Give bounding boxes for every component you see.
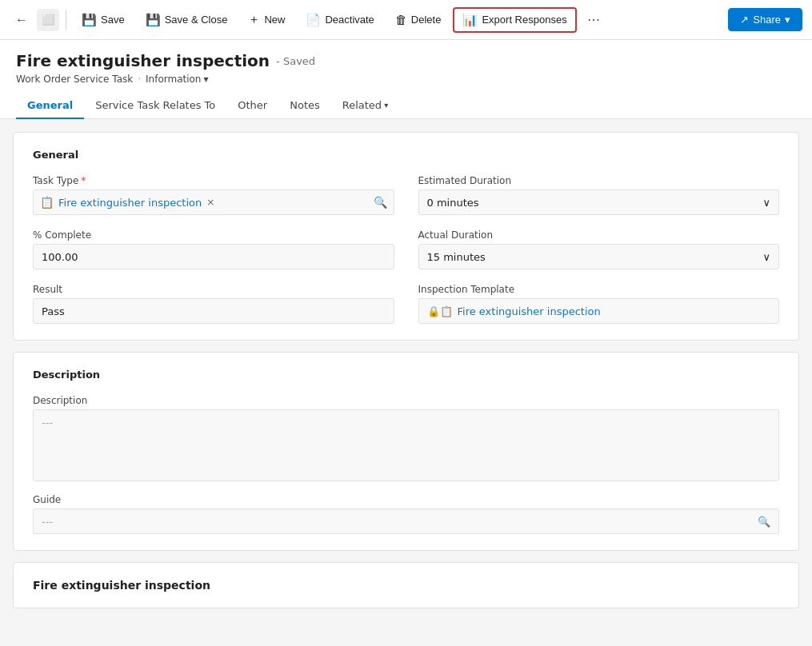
record-title-row: Fire extinguisher inspection - Saved xyxy=(16,51,796,70)
task-type-chip-icon: 📋 xyxy=(40,196,54,209)
inspection-template-link-icon: 📋 xyxy=(440,305,453,317)
guide-placeholder: --- xyxy=(42,516,53,528)
export-icon: 📊 xyxy=(462,13,478,27)
separator-1 xyxy=(66,10,66,30)
inspection-template-link-text: Fire extinguisher inspection xyxy=(458,305,601,317)
more-icon: ⋯ xyxy=(587,13,600,26)
deactivate-icon: 📄 xyxy=(306,13,321,27)
share-button[interactable]: ↗ Share ▾ xyxy=(728,8,802,31)
tab-notes[interactable]: Notes xyxy=(278,93,331,119)
inspection-template-link[interactable]: 📋 Fire extinguisher inspection xyxy=(440,305,601,317)
percent-complete-label: % Complete xyxy=(33,229,394,241)
record-title: Fire extinguisher inspection xyxy=(16,51,270,70)
description-section-title: Description xyxy=(33,369,779,381)
estimated-duration-dropdown[interactable]: 0 minutes ∨ xyxy=(418,189,780,215)
task-type-chip-value: Fire extinguisher inspection xyxy=(58,197,202,209)
breadcrumb-chevron-icon: ▾ xyxy=(203,74,208,85)
tab-other[interactable]: Other xyxy=(226,93,278,119)
share-chevron-icon: ▾ xyxy=(785,14,790,26)
description-section-card: Description Description --- Guide --- 🔍 xyxy=(13,352,799,551)
description-row: Description --- xyxy=(33,395,779,481)
maximize-icon: ⬜ xyxy=(42,14,55,26)
estimated-duration-value: 0 minutes xyxy=(427,197,479,209)
save-close-icon: 💾 xyxy=(146,13,161,27)
save-icon: 💾 xyxy=(82,13,97,27)
general-section-title: General xyxy=(33,149,779,161)
guide-search-icon[interactable]: 🔍 xyxy=(758,516,770,528)
delete-icon: 🗑 xyxy=(395,13,407,26)
percent-complete-row: % Complete 100.00 xyxy=(33,229,394,269)
share-label: Share xyxy=(753,14,781,26)
export-label: Export Responses xyxy=(482,14,566,26)
related-chevron-icon: ▾ xyxy=(384,101,388,110)
back-button[interactable]: ← xyxy=(10,8,34,32)
record-saved-status: - Saved xyxy=(276,55,315,67)
actual-duration-row: Actual Duration 15 minutes ∨ xyxy=(418,229,780,269)
actual-duration-chevron-icon: ∨ xyxy=(762,251,770,263)
task-type-search-icon[interactable]: 🔍 xyxy=(374,196,387,209)
estimated-duration-chevron-icon: ∨ xyxy=(762,197,770,209)
new-icon: ＋ xyxy=(248,12,260,27)
breadcrumb-part2: Information xyxy=(146,74,201,85)
toolbar: ← ⬜ 💾 Save 💾 Save & Close ＋ New 📄 Deacti… xyxy=(0,0,812,40)
breadcrumb-info-link[interactable]: Information ▾ xyxy=(146,74,209,85)
save-close-button[interactable]: 💾 Save & Close xyxy=(137,8,237,32)
delete-label: Delete xyxy=(411,14,442,26)
result-value[interactable]: Pass xyxy=(33,298,394,324)
export-responses-button[interactable]: 📊 Export Responses xyxy=(453,7,576,33)
estimated-duration-row: Estimated Duration 0 minutes ∨ xyxy=(418,175,780,215)
guide-row: Guide --- 🔍 xyxy=(33,494,779,534)
delete-button[interactable]: 🗑 Delete xyxy=(386,8,450,31)
more-options-button[interactable]: ⋯ xyxy=(580,7,607,32)
new-button[interactable]: ＋ New xyxy=(239,7,294,32)
back-icon: ← xyxy=(15,13,28,27)
share-icon: ↗ xyxy=(740,14,749,26)
guide-input[interactable]: --- 🔍 xyxy=(33,508,779,534)
estimated-duration-label: Estimated Duration xyxy=(418,175,780,186)
save-button[interactable]: 💾 Save xyxy=(73,8,134,32)
tab-general[interactable]: General xyxy=(16,93,84,119)
tab-service-task[interactable]: Service Task Relates To xyxy=(84,93,226,119)
task-type-chip-close[interactable]: × xyxy=(206,197,214,208)
actual-duration-dropdown[interactable]: 15 minutes ∨ xyxy=(418,244,780,269)
percent-complete-value[interactable]: 100.00 xyxy=(33,244,394,269)
inspection-template-label: Inspection Template xyxy=(418,284,780,295)
deactivate-button[interactable]: 📄 Deactivate xyxy=(297,8,382,32)
breadcrumb-separator: · xyxy=(138,74,141,85)
tab-bar: General Service Task Relates To Other No… xyxy=(16,93,796,118)
description-textarea[interactable]: --- xyxy=(33,409,779,481)
task-type-required: * xyxy=(81,175,86,186)
inspection-bottom-title: Fire extinguisher inspection xyxy=(33,579,779,592)
inspection-template-value-container: 🔒 📋 Fire extinguisher inspection xyxy=(418,298,780,324)
task-type-row: Task Type * 📋 Fire extinguisher inspecti… xyxy=(33,175,394,215)
general-form-grid: Task Type * 📋 Fire extinguisher inspecti… xyxy=(33,175,779,324)
guide-label: Guide xyxy=(33,494,779,505)
result-row: Result Pass xyxy=(33,284,394,324)
record-header: Fire extinguisher inspection - Saved Wor… xyxy=(0,40,812,119)
maximize-button[interactable]: ⬜ xyxy=(37,9,59,31)
actual-duration-label: Actual Duration xyxy=(418,229,780,241)
save-label: Save xyxy=(101,14,125,26)
save-close-label: Save & Close xyxy=(165,14,228,26)
page-scroll: Fire extinguisher inspection - Saved Wor… xyxy=(0,40,812,646)
inspection-bottom-card: Fire extinguisher inspection xyxy=(13,562,799,608)
lock-icon: 🔒 xyxy=(427,305,440,317)
task-type-input[interactable]: 📋 Fire extinguisher inspection × 🔍 xyxy=(33,189,394,215)
breadcrumb-part1: Work Order Service Task xyxy=(16,74,133,85)
general-section-card: General Task Type * 📋 Fire extinguisher … xyxy=(13,132,799,341)
task-type-label: Task Type * xyxy=(33,175,394,186)
result-label: Result xyxy=(33,284,394,295)
inspection-template-row: Inspection Template 🔒 📋 Fire extinguishe… xyxy=(418,284,780,324)
description-label: Description xyxy=(33,395,779,406)
deactivate-label: Deactivate xyxy=(325,14,374,26)
content-area: General Task Type * 📋 Fire extinguisher … xyxy=(0,119,812,621)
tab-related[interactable]: Related ▾ xyxy=(331,93,399,119)
breadcrumb: Work Order Service Task · Information ▾ xyxy=(16,74,796,85)
actual-duration-value: 15 minutes xyxy=(427,251,486,263)
description-placeholder: --- xyxy=(42,417,53,429)
new-label: New xyxy=(264,14,285,26)
